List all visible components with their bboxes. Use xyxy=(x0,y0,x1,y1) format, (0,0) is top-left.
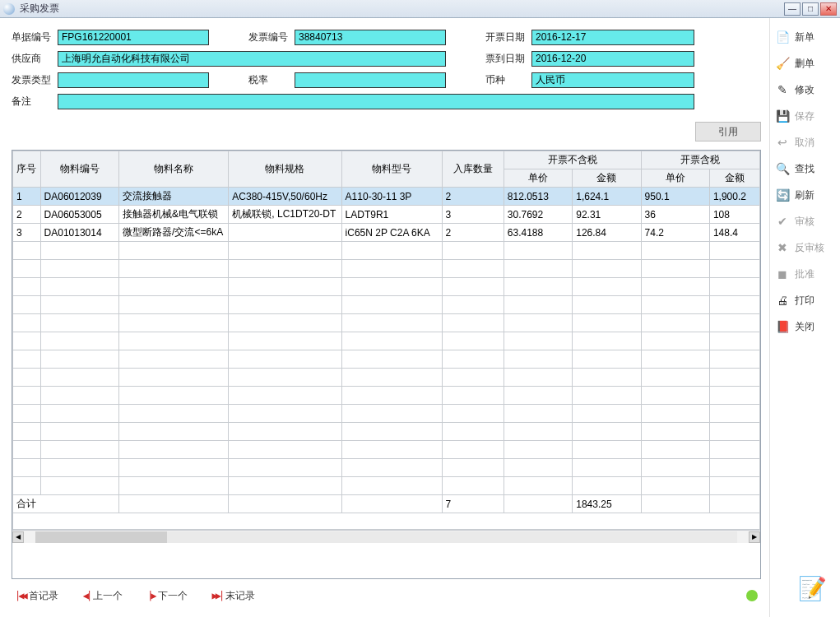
cell-name[interactable]: 交流接触器 xyxy=(119,188,229,206)
scroll-thumb[interactable] xyxy=(35,531,167,543)
col-group-incl[interactable]: 开票含税 xyxy=(641,151,759,169)
col-up1[interactable]: 单价 xyxy=(504,169,572,188)
totals-label: 合计 xyxy=(13,495,119,513)
cell-up2[interactable]: 74.2 xyxy=(641,224,709,242)
edit-doc-icon[interactable]: 📝 xyxy=(798,575,827,602)
cell-code[interactable]: DA06053005 xyxy=(40,206,119,224)
cell-up2[interactable]: 36 xyxy=(641,206,709,224)
cell-spec[interactable]: 机械联锁, LC1DT20-DT xyxy=(229,206,341,224)
cell-code[interactable]: DA06012039 xyxy=(40,188,119,206)
empty-row xyxy=(13,441,760,459)
blank-footer-row xyxy=(13,513,760,530)
empty-row xyxy=(13,477,760,495)
cell-amt2[interactable]: 148.4 xyxy=(709,224,759,242)
input-taxrate[interactable] xyxy=(295,72,446,88)
cell-up1[interactable]: 63.4188 xyxy=(504,224,572,242)
col-model[interactable]: 物料型号 xyxy=(341,151,442,188)
new-button[interactable]: 📄新单 xyxy=(775,30,835,44)
prev-record-button[interactable]: ◀|上一个 xyxy=(83,589,123,603)
input-invdate[interactable] xyxy=(531,30,694,45)
col-amt1[interactable]: 金额 xyxy=(573,169,641,188)
approve-button[interactable]: ◼批准 xyxy=(775,267,835,281)
app-icon xyxy=(3,3,15,15)
cell-qty[interactable]: 3 xyxy=(442,206,504,224)
col-seq[interactable]: 序号 xyxy=(13,151,41,188)
delete-button[interactable]: 🧹删单 xyxy=(775,56,835,71)
col-amt2[interactable]: 金额 xyxy=(709,169,759,188)
scroll-left-icon[interactable]: ◀ xyxy=(12,531,24,543)
cell-model[interactable]: LADT9R1 xyxy=(341,206,442,224)
input-docno[interactable] xyxy=(58,30,209,45)
quote-button[interactable]: 引用 xyxy=(695,122,761,141)
refresh-button[interactable]: 🔄刷新 xyxy=(775,188,835,202)
cell-name[interactable]: 接触器机械&电气联锁 xyxy=(119,206,229,224)
input-invtype[interactable] xyxy=(58,72,209,88)
close-button[interactable]: ✕ xyxy=(820,2,837,16)
label-supplier: 供应商 xyxy=(12,52,58,66)
form: 单据编号 发票编号 开票日期 供应商 票到日期 发票类型 税率 币种 备注 xyxy=(12,28,761,110)
search-button[interactable]: 🔍查找 xyxy=(775,161,835,176)
audit-button[interactable]: ✔审核 xyxy=(775,214,835,229)
totals-amt1: 1843.25 xyxy=(573,495,641,513)
cell-up1[interactable]: 812.0513 xyxy=(504,188,572,206)
cell-amt1[interactable]: 1,624.1 xyxy=(573,188,641,206)
cell-model[interactable]: A110-30-11 3P xyxy=(341,188,442,206)
cell-code[interactable]: DA01013014 xyxy=(40,224,119,242)
cell-amt2[interactable]: 1,900.2 xyxy=(709,188,759,206)
cell-amt1[interactable]: 126.84 xyxy=(573,224,641,242)
unaudit-button[interactable]: ✖反审核 xyxy=(775,240,835,255)
cell-name[interactable]: 微型断路器/交流<=6kA xyxy=(119,224,229,242)
col-code[interactable]: 物料编号 xyxy=(40,151,119,188)
titlebar: 采购发票 — □ ✕ xyxy=(0,0,840,18)
cell-qty[interactable]: 2 xyxy=(442,188,504,206)
label-duedate: 票到日期 xyxy=(485,52,531,66)
cell-spec[interactable]: AC380-415V,50/60Hz xyxy=(229,188,341,206)
input-duedate[interactable] xyxy=(531,51,694,67)
last-record-button[interactable]: ▶▶|末记录 xyxy=(212,589,256,603)
edit-icon: ✎ xyxy=(775,82,790,97)
table-row[interactable]: 1DA06012039交流接触器AC380-415V,50/60HzA110-3… xyxy=(13,188,760,206)
table-row[interactable]: 3DA01013014微型断路器/交流<=6kAiC65N 2P C2A 6KA… xyxy=(13,224,760,242)
save-button[interactable]: 💾保存 xyxy=(775,109,835,123)
scroll-right-icon[interactable]: ▶ xyxy=(749,531,760,543)
cell-amt1[interactable]: 92.31 xyxy=(573,206,641,224)
maximize-button[interactable]: □ xyxy=(802,2,819,16)
col-up2[interactable]: 单价 xyxy=(641,169,709,188)
empty-row xyxy=(13,369,760,387)
input-currency[interactable] xyxy=(531,72,694,88)
cell-up1[interactable]: 30.7692 xyxy=(504,206,572,224)
empty-row xyxy=(13,242,760,260)
cell-seq[interactable]: 2 xyxy=(13,206,41,224)
minimize-button[interactable]: — xyxy=(784,2,801,16)
first-record-button[interactable]: |◀◀首记录 xyxy=(15,589,58,603)
col-name[interactable]: 物料名称 xyxy=(119,151,229,188)
table-row[interactable]: 2DA06053005接触器机械&电气联锁机械联锁, LC1DT20-DTLAD… xyxy=(13,206,760,224)
cell-model[interactable]: iC65N 2P C2A 6KA xyxy=(341,224,442,242)
col-spec[interactable]: 物料规格 xyxy=(229,151,341,188)
print-button[interactable]: 🖨打印 xyxy=(775,293,835,308)
cell-amt2[interactable]: 108 xyxy=(709,206,759,224)
horizontal-scrollbar[interactable]: ◀ ▶ xyxy=(12,530,760,543)
label-docno: 单据编号 xyxy=(12,30,58,44)
input-supplier[interactable] xyxy=(58,51,446,67)
input-remark[interactable] xyxy=(58,94,694,109)
cell-spec[interactable] xyxy=(229,224,341,242)
cell-seq[interactable]: 1 xyxy=(13,188,41,206)
empty-row xyxy=(13,278,760,296)
empty-row xyxy=(13,332,760,350)
edit-button[interactable]: ✎修改 xyxy=(775,82,835,97)
cell-up2[interactable]: 950.1 xyxy=(641,188,709,206)
next-record-button[interactable]: |▶下一个 xyxy=(147,589,187,603)
label-invdate: 开票日期 xyxy=(485,30,531,44)
cell-seq[interactable]: 3 xyxy=(13,224,41,242)
col-qty[interactable]: 入库数量 xyxy=(442,151,504,188)
close-panel-icon: 📕 xyxy=(775,319,790,334)
cancel-button[interactable]: ↩取消 xyxy=(775,135,835,150)
close-panel-button[interactable]: 📕关闭 xyxy=(775,319,835,334)
empty-row xyxy=(13,387,760,405)
audit-icon: ✔ xyxy=(775,214,790,229)
col-group-excl[interactable]: 开票不含税 xyxy=(504,151,641,169)
cell-qty[interactable]: 2 xyxy=(442,224,504,242)
empty-row xyxy=(13,350,760,369)
input-invno[interactable] xyxy=(295,30,446,45)
